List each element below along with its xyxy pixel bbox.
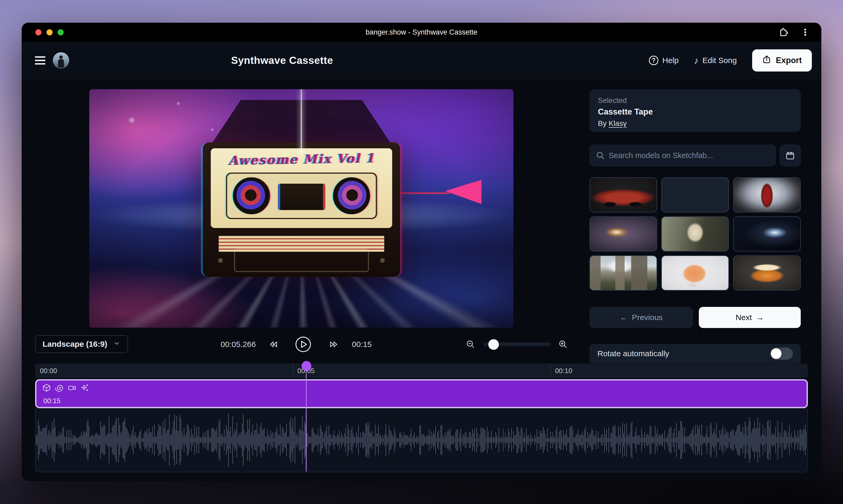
vignette-overlay	[89, 89, 513, 328]
video-camera-icon	[68, 383, 76, 393]
rotate-setting-row: Rotate automatically	[589, 344, 801, 363]
selected-model-author: By Klasy	[598, 119, 792, 128]
zoom-slider-knob[interactable]	[488, 339, 499, 349]
timeline-ruler[interactable]: 00:0000:0500:10	[35, 364, 808, 378]
avatar[interactable]	[53, 52, 69, 69]
model-thumbnail-red-sports-car[interactable]	[589, 177, 657, 212]
arrow-left-icon: ←	[620, 313, 628, 322]
video-preview[interactable]: Awesome Mix Vol 1	[89, 89, 513, 328]
model-thumbnail-shiba-dog[interactable]	[661, 255, 729, 290]
rewind-button[interactable]	[268, 339, 279, 349]
search-input[interactable]	[589, 145, 776, 166]
clapperboard-button[interactable]	[780, 145, 801, 166]
cube-icon	[42, 383, 51, 393]
search-bar	[589, 145, 776, 166]
kebab-menu-icon[interactable]	[801, 28, 810, 37]
toggle-knob	[771, 348, 781, 359]
zoom-in-icon[interactable]	[558, 339, 568, 349]
clip-icons	[42, 383, 89, 393]
arrow-right-icon: →	[756, 313, 764, 322]
audio-waveform-track[interactable]	[35, 408, 808, 472]
sparkles-icon	[80, 383, 89, 393]
page-title: Synthwave Cassette	[231, 55, 333, 66]
spiral-icon	[55, 383, 64, 393]
previous-page-button[interactable]: ← Previous	[589, 307, 693, 328]
search-icon	[596, 151, 605, 160]
chevron-down-icon	[113, 339, 121, 349]
ruler-tick-label: 00:00	[40, 367, 57, 375]
model-thumbnail-skull[interactable]	[661, 216, 729, 251]
model-thumbnail-orange-toy-car[interactable]	[733, 255, 801, 290]
export-button[interactable]: Export	[752, 49, 812, 72]
fast-forward-button[interactable]	[329, 339, 339, 349]
selected-label: Selected	[598, 96, 792, 105]
ruler-tick-line	[550, 364, 551, 378]
model-thumbnail-red-cloak-warrior[interactable]	[733, 177, 801, 212]
app-window: banger.show - Synthwave Cassette Synthwa…	[22, 23, 821, 481]
share-icon	[762, 55, 771, 66]
current-time: 00:05.266	[221, 340, 256, 349]
music-note-icon: ♪	[694, 56, 699, 65]
browser-titlebar: banger.show - Synthwave Cassette	[22, 23, 821, 42]
selected-model-name: Cassette Tape	[598, 107, 792, 116]
selected-model-card: Selected Cassette Tape By Klasy	[589, 89, 801, 132]
author-link[interactable]: Klasy	[608, 119, 626, 127]
play-button[interactable]	[295, 336, 312, 353]
model-thumbnail-abandoned-city-street[interactable]	[589, 255, 657, 290]
help-icon: ?	[649, 56, 658, 65]
window-title: banger.show - Synthwave Cassette	[22, 23, 821, 42]
clip-duration-label: 00:15	[43, 397, 61, 405]
zoom-out-icon[interactable]	[466, 339, 476, 349]
next-page-button[interactable]: Next →	[699, 307, 801, 328]
edit-song-button[interactable]: ♪ Edit Song	[694, 56, 737, 65]
model-thumbnail-anime-girl-glasses[interactable]	[661, 177, 729, 212]
aspect-ratio-select[interactable]: Landscape (16:9)	[35, 335, 128, 353]
extensions-icon[interactable]	[778, 28, 788, 37]
app-header: Synthwave Cassette ? Help ♪ Edit Song Ex…	[22, 42, 821, 79]
playhead-line	[306, 370, 307, 471]
model-thumbnail-spiral-galaxy[interactable]	[733, 216, 801, 251]
timeline: 00:0000:0500:10	[35, 364, 808, 472]
rotate-toggle[interactable]	[770, 347, 793, 360]
help-button[interactable]: ? Help	[649, 56, 679, 65]
hamburger-menu-icon[interactable]	[35, 56, 46, 65]
ruler-tick-line	[293, 364, 293, 378]
model-thumbnail-storm-clouds-scene[interactable]	[589, 216, 657, 251]
total-time: 00:15	[352, 340, 372, 349]
rotate-label: Rotate automatically	[597, 349, 669, 358]
timeline-zoom-slider[interactable]	[483, 342, 551, 346]
ruler-tick-label: 00:10	[555, 367, 572, 375]
video-clip[interactable]: 00:15	[35, 379, 808, 408]
model-thumbnail-grid	[589, 177, 801, 290]
